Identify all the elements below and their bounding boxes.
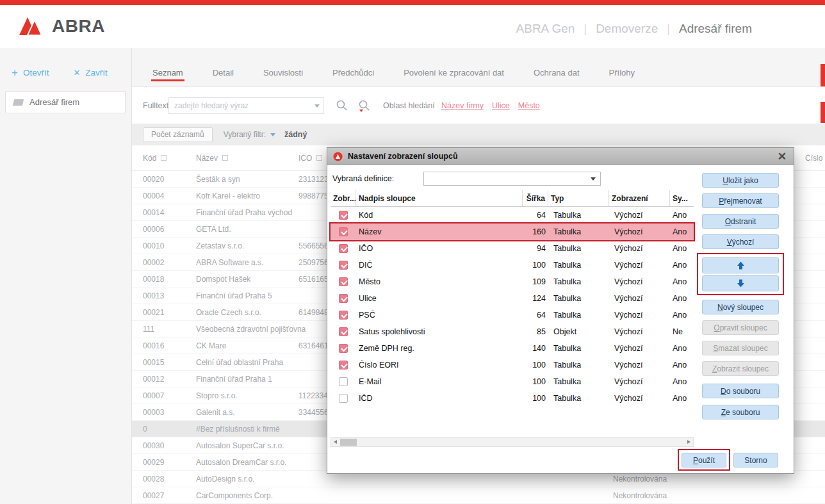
dialog-column-header-sy: Sy...: [670, 190, 694, 206]
visibility-checkbox[interactable]: [339, 344, 348, 353]
dialog-row-nazev[interactable]: Název160TabulkaVýchozíAno: [331, 224, 694, 240]
table-row-00027[interactable]: 00027CarComponents Corp.Nekontrolována: [132, 487, 825, 504]
visibility-checkbox[interactable]: [339, 327, 348, 336]
visibility-checkbox[interactable]: [339, 277, 348, 286]
tab-povoleni-ke-zpracovani-dat[interactable]: Povolení ke zpracování dat: [404, 68, 504, 81]
cell-name: IČD: [356, 394, 523, 403]
tab-prilohy[interactable]: Přílohy: [609, 68, 635, 81]
visibility-checkbox[interactable]: [339, 227, 348, 236]
dialog-row-kod[interactable]: Kód64TabulkaVýchozíAno: [331, 207, 694, 224]
ze-souboru-button[interactable]: Ze souboru: [702, 405, 779, 419]
cancel-button[interactable]: Storno: [733, 453, 778, 467]
apply-button[interactable]: Použít: [682, 453, 726, 467]
odstranit-button[interactable]: Odstranit: [702, 214, 779, 229]
visibility-checkbox[interactable]: [339, 377, 348, 386]
definition-select[interactable]: [423, 172, 601, 186]
cell-visibility: [331, 344, 356, 353]
column-header-nazev[interactable]: Název: [196, 154, 298, 163]
dialog-row-satus-spolehlivosti[interactable]: Satus spolehlivosti85ObjektVýchozíNe: [331, 323, 694, 340]
cell-nazev: Kofr Karel - elektro: [196, 191, 298, 200]
arrow-down-icon: [737, 279, 745, 288]
cell-name: Země DPH reg.: [356, 344, 523, 353]
dialog-row-ulice[interactable]: Ulice124TabulkaVýchozíAno: [331, 290, 694, 307]
smazat-sloupec-button[interactable]: Smazat sloupec: [702, 341, 779, 355]
tab-souvislosti[interactable]: Souvislosti: [263, 68, 303, 81]
visibility-checkbox[interactable]: [339, 311, 348, 320]
column-header-kod[interactable]: Kód: [143, 154, 196, 163]
cell-num: 100: [523, 361, 548, 370]
column-header-cislo-eori[interactable]: Číslo EORI: [805, 154, 825, 163]
cell-nazev: Stopro s.r.o.: [196, 391, 298, 400]
cell-type: Tabulka: [548, 311, 609, 320]
do-souboru-button[interactable]: Do souboru: [702, 384, 779, 398]
close-button[interactable]: ✕ Zavřít: [73, 67, 107, 78]
scroll-right-arrow[interactable]: [687, 440, 690, 444]
zobrazit-sloupec-button[interactable]: Zobrazit sloupec: [702, 361, 779, 376]
horizontal-scrollbar[interactable]: [331, 437, 694, 447]
prejmenovat-button[interactable]: Přejmenovat: [702, 193, 779, 208]
fulltext-input[interactable]: [168, 97, 324, 114]
cell-num: 100: [523, 394, 548, 403]
dialog-row-ico[interactable]: IČO94TabulkaVýchozíAno: [331, 240, 694, 257]
tab-seznam[interactable]: Seznam: [152, 68, 183, 81]
sidebar-item-adresar-firem[interactable]: Adresář firem: [5, 91, 126, 113]
chevron-down-icon: [591, 177, 596, 181]
cell-disp: Výchozí: [609, 344, 670, 353]
tab-predchudci[interactable]: Předchůdci: [332, 68, 374, 81]
tab-ochrana-dat[interactable]: Ochrana dat: [534, 68, 580, 81]
search-in-results-icon[interactable]: [358, 99, 371, 112]
open-button[interactable]: + Otevřít: [12, 67, 49, 78]
chevron-down-icon[interactable]: [314, 104, 320, 108]
novy-sloupec-button[interactable]: Nový sloupec: [702, 300, 779, 314]
dialog-row-psc[interactable]: PSČ64TabulkaVýchozíAno: [331, 307, 694, 323]
cell-num: 109: [523, 277, 548, 286]
dialog-row-zeme-dph-reg[interactable]: Země DPH reg.140TabulkaVýchozíAno: [331, 340, 694, 357]
cell-visibility: [331, 327, 356, 336]
opravit-sloupec-button[interactable]: Opravit sloupec: [702, 320, 779, 335]
dialog-row-icd[interactable]: IČD100TabulkaVýchozíAno: [331, 390, 694, 407]
vychozi-button[interactable]: Výchozí: [702, 234, 779, 249]
app-window: ABRA ABRA Gen | Demoverze | Adresář fire…: [0, 0, 825, 504]
dialog-row-mesto[interactable]: Město109TabulkaVýchozíAno: [331, 273, 694, 290]
move-up-button[interactable]: [702, 257, 779, 273]
cell-type: Tabulka: [548, 361, 609, 370]
cell-nazev: Celní úřad oblastní Praha: [196, 358, 298, 367]
cell-sys: Ano: [670, 244, 694, 253]
cell-nazev: Finanční úřad Praha východ: [196, 208, 298, 217]
scope-link-nazev-firmy[interactable]: Název firmy: [441, 101, 484, 110]
dialog-row-cislo-eori[interactable]: Číslo EORI100TabulkaVýchozíAno: [331, 357, 694, 373]
scope-link-mesto[interactable]: Město: [518, 101, 540, 110]
visibility-checkbox[interactable]: [339, 211, 348, 220]
dialog-row-dic[interactable]: DIČ100TabulkaVýchozíAno: [331, 257, 694, 273]
visibility-checkbox[interactable]: [339, 361, 348, 370]
cell-nazev: Galenit a.s.: [196, 408, 298, 417]
cell-visibility: [331, 244, 356, 253]
right-accent-stripe: [821, 102, 825, 123]
cell-type: Tabulka: [548, 294, 609, 303]
dialog-column-header-zobrazeni: Zobrazení: [609, 190, 670, 206]
cell-type: Tabulka: [548, 394, 609, 403]
scope-link-ulice[interactable]: Ulice: [492, 101, 510, 110]
chevron-down-icon[interactable]: [270, 133, 275, 136]
cell-name: E-Mail: [356, 377, 523, 386]
scrollbar-thumb[interactable]: [340, 439, 357, 446]
tab-detail[interactable]: Detail: [213, 68, 234, 81]
visibility-checkbox[interactable]: [339, 394, 348, 403]
dialog-row-e-mail[interactable]: E-Mail100TabulkaVýchozíAno: [331, 373, 694, 390]
visibility-checkbox[interactable]: [339, 294, 348, 303]
scroll-left-arrow[interactable]: [334, 440, 337, 444]
cell-nazev: CarComponents Corp.: [196, 491, 298, 500]
visibility-checkbox[interactable]: [339, 261, 348, 270]
cell-num: 160: [523, 227, 548, 236]
cell-visibility: [331, 361, 356, 370]
dialog-title: Nastavení zobrazení sloupců: [348, 152, 458, 161]
cell-name: Satus spolehlivosti: [356, 327, 523, 336]
search-icon[interactable]: [336, 99, 348, 112]
cell-disp: Výchozí: [609, 261, 670, 270]
cell-kod: 00004: [143, 191, 196, 200]
visibility-checkbox[interactable]: [339, 244, 348, 253]
abra-logo-mark: [19, 17, 46, 35]
record-count-button[interactable]: Počet záznamů: [143, 127, 213, 142]
move-down-button[interactable]: [702, 275, 779, 291]
ulozit-jako-button[interactable]: Uložit jako: [702, 173, 779, 188]
